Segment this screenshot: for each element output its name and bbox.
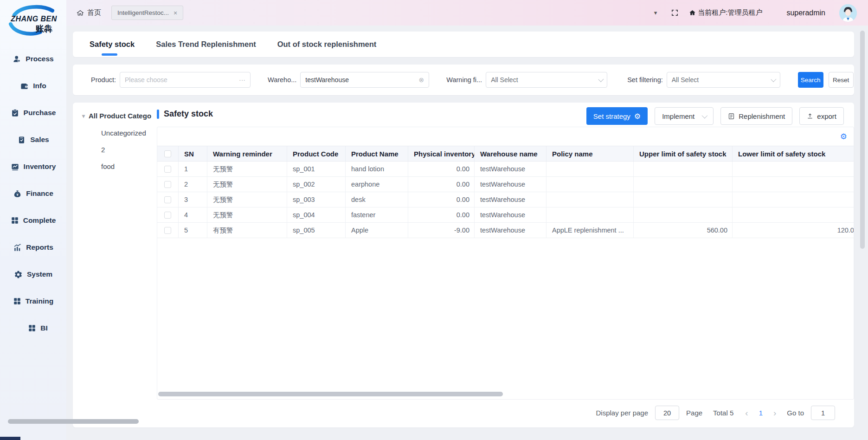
product-filter-label: Product: [91, 76, 116, 84]
row-checkbox[interactable] [164, 166, 171, 173]
col-lower-limit: Lower limit of safety stock [733, 146, 854, 161]
app-logo: ZHANG BEN 账犇 [0, 0, 66, 39]
page-vertical-scrollbar[interactable] [860, 31, 865, 249]
cell-policy [547, 192, 634, 207]
cell-upper: 560.00 [634, 223, 733, 238]
col-product-name: Product Name [346, 146, 408, 161]
column-settings-gear-icon[interactable]: ⚙ [840, 132, 847, 142]
cell-sn: 4 [179, 207, 207, 222]
cell-warning: 无预警 [207, 192, 287, 207]
warehouse-filter-box[interactable]: ⊗ [300, 72, 429, 88]
tenant-label: 当前租户:管理员租户 [698, 8, 762, 17]
gear-icon: ⚙ [634, 112, 641, 121]
cell-lower: 120.00 [733, 223, 854, 238]
prev-page-icon[interactable]: ‹ [745, 408, 748, 418]
cell-inventory: 0.00 [408, 177, 475, 192]
export-button[interactable]: export [799, 107, 844, 125]
set-filtering-label: Set filtering: [627, 76, 663, 84]
reset-button[interactable]: Reset [829, 72, 854, 88]
page-horizontal-scrollbar[interactable] [8, 419, 139, 424]
money-bag-icon: ¥ [13, 189, 22, 198]
close-icon[interactable]: × [174, 9, 177, 17]
filter-bar: Product: ··· Wareho... ⊗ Warning fi... S… [73, 65, 854, 95]
implement-button[interactable]: Implement [655, 107, 714, 125]
sidebar-item-system[interactable]: System [0, 261, 66, 288]
tab-safety-stock[interactable]: Safety stock [90, 40, 135, 49]
table-row: 5 有预警 sp_005 Apple -9.00 testWarehouse A… [157, 223, 854, 238]
grid-icon [13, 297, 21, 305]
set-filtering-value[interactable] [672, 76, 768, 84]
sidebar-item-reports[interactable]: Reports [0, 234, 66, 261]
sidebar-item-label: Info [33, 82, 46, 90]
product-filter-box[interactable]: ··· [120, 72, 251, 88]
sidebar-item-label: Inventory [24, 162, 56, 171]
sidebar-item-complete[interactable]: Complete [0, 207, 66, 234]
select-all-checkbox[interactable] [164, 150, 171, 157]
sidebar-item-purchase[interactable]: Purchase [0, 99, 66, 126]
next-page-icon[interactable]: › [773, 408, 776, 418]
cell-name: hand lotion [346, 162, 408, 176]
set-filtering-select[interactable] [667, 72, 780, 88]
cell-warehouse: testWarehouse [475, 207, 547, 222]
sidebar-item-process[interactable]: Process [0, 45, 66, 72]
search-button[interactable]: Search [798, 72, 823, 88]
main-content: Safety stock Sales Trend Replenishment O… [66, 26, 868, 440]
cell-lower [733, 177, 854, 192]
ellipsis-icon[interactable]: ··· [239, 76, 245, 84]
svg-text:ZHANG BEN: ZHANG BEN [10, 15, 57, 23]
tree-node-uncategorized[interactable]: Uncategorized [101, 129, 146, 137]
warning-filter-value[interactable] [491, 76, 595, 84]
sidebar-item-sales[interactable]: Sales [0, 126, 66, 153]
fullscreen-icon[interactable] [671, 9, 679, 17]
sidebar-item-info[interactable]: Info [0, 72, 66, 99]
table-row: 2 无预警 sp_002 earphone 0.00 testWarehouse [157, 177, 854, 192]
table-horizontal-scrollbar[interactable] [158, 392, 503, 396]
sidebar-item-finance[interactable]: ¥ Finance [0, 180, 66, 207]
cell-upper [634, 207, 733, 222]
cell-upper [634, 162, 733, 176]
cell-policy [547, 162, 634, 176]
replenishment-button[interactable]: Replenishment [720, 107, 792, 125]
goto-label: Go to [787, 409, 804, 417]
product-input[interactable] [125, 76, 236, 84]
row-checkbox[interactable] [164, 227, 171, 234]
row-checkbox[interactable] [164, 196, 171, 203]
table-row: 1 无预警 sp_001 hand lotion 0.00 testWareho… [157, 162, 854, 177]
caret-down-icon[interactable]: ▾ [82, 113, 85, 119]
cell-sn: 1 [179, 162, 207, 176]
open-page-tab[interactable]: IntelligentRestoc... × [111, 6, 183, 20]
warning-filter-select[interactable] [486, 72, 607, 88]
page-tabs-card: Safety stock Sales Trend Replenishment O… [73, 32, 854, 57]
set-strategy-button[interactable]: Set strategy ⚙ [586, 107, 648, 125]
sidebar-menu: Process Info Purchase Sales Inventory ¥ … [0, 45, 66, 342]
page-size-input[interactable] [655, 406, 679, 420]
tab-out-of-stock-replenishment[interactable]: Out of stock replenishment [277, 40, 377, 49]
caret-down-icon[interactable]: ▾ [654, 9, 657, 16]
cell-warehouse: testWarehouse [475, 162, 547, 176]
tree-node-food[interactable]: food [101, 162, 115, 170]
goto-page-input[interactable] [811, 406, 835, 420]
col-upper-limit: Upper limit of safety stock [634, 146, 733, 161]
sidebar-item-bi[interactable]: BI [0, 315, 66, 342]
warehouse-input[interactable] [305, 76, 416, 84]
sidebar-item-training[interactable]: Training [0, 288, 66, 315]
row-checkbox[interactable] [164, 212, 171, 219]
sidebar-item-inventory[interactable]: Inventory [0, 153, 66, 180]
clear-icon[interactable]: ⊗ [419, 76, 424, 84]
cell-code: sp_003 [287, 192, 346, 207]
cell-policy [547, 177, 634, 192]
section-actions: Set strategy ⚙ Implement Replenishment e… [586, 107, 844, 125]
col-policy-name: Policy name [547, 146, 634, 161]
col-warning-reminder: Warning reminder [207, 146, 287, 161]
cell-warning: 无预警 [207, 207, 287, 222]
cell-code: sp_001 [287, 162, 346, 176]
cell-policy: AppLE replenishment ... [547, 223, 634, 238]
current-page[interactable]: 1 [759, 409, 763, 417]
avatar[interactable] [839, 4, 857, 22]
home-nav[interactable]: 首页 [77, 0, 101, 26]
row-checkbox[interactable] [164, 181, 171, 188]
tree-node-all-product-category[interactable]: ▾ All Product Catego [82, 112, 151, 120]
tab-sales-trend-replenishment[interactable]: Sales Trend Replenishment [156, 40, 256, 49]
tree-node-2[interactable]: 2 [101, 146, 105, 154]
app-logo-icon: ZHANG BEN 账犇 [5, 4, 62, 39]
